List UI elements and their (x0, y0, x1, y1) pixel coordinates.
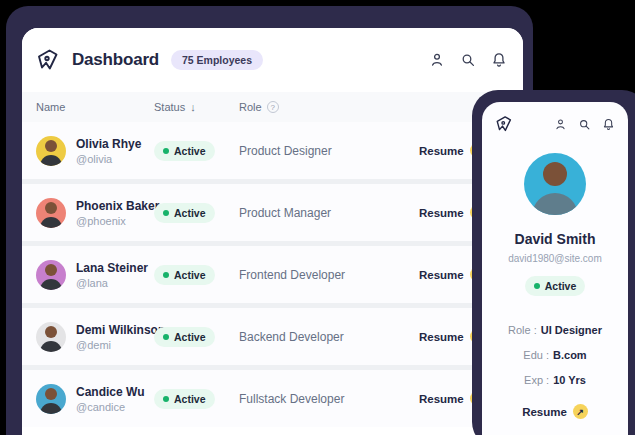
employee-name: Phoenix Baker (76, 199, 159, 213)
role-cell: Product Manager (239, 206, 419, 220)
employee-name: Olivia Rhye (76, 137, 141, 151)
table-header-row: Name Status ↓ Role ? (22, 92, 523, 122)
arrow-up-right-icon: ↗ (573, 404, 588, 419)
avatar (36, 322, 66, 352)
role-cell: Fullstack Developer (239, 392, 419, 406)
phone-resume-row: Resume↗ (482, 404, 628, 419)
employee-handle: @candice (76, 401, 144, 413)
profile-field-education: Edu :B.com (482, 349, 628, 361)
profile-status: Active (482, 276, 628, 296)
phone-screen: David Smith david1980@site.com Active Ro… (482, 102, 628, 435)
profile-field-role: Role :UI Designer (482, 324, 628, 336)
sort-descending-icon[interactable]: ↓ (190, 101, 196, 113)
table-row[interactable]: Lana Steiner @lana Active Frontend Devel… (22, 246, 523, 303)
table-row[interactable]: Phoenix Baker @phoenix Active Product Ma… (22, 184, 523, 241)
employee-handle: @phoenix (76, 215, 159, 227)
logo-icon (36, 48, 60, 72)
column-header-role: Role ? (239, 101, 419, 113)
status-dot-icon (163, 396, 169, 402)
bell-icon[interactable] (602, 118, 615, 131)
profile-field-experience: Exp :10 Yrs (482, 374, 628, 386)
avatar (36, 198, 66, 228)
avatar (36, 136, 66, 166)
employee-cell: Olivia Rhye @olivia (36, 136, 154, 166)
role-cell: Frontend Developer (239, 268, 419, 282)
employee-name: Candice Wu (76, 385, 144, 399)
resume-button[interactable]: Resume↗ (522, 404, 588, 419)
status-badge: Active (525, 276, 586, 296)
profile-fields: Role :UI Designer Edu :B.com Exp :10 Yrs (482, 324, 628, 386)
employee-name: Demi Wilkinson (76, 323, 165, 337)
phone-header-actions (554, 118, 615, 131)
profile-avatar (524, 153, 586, 215)
avatar (36, 384, 66, 414)
status-badge: Active (154, 327, 215, 347)
status-badge: Active (154, 141, 215, 161)
user-icon[interactable] (429, 52, 445, 68)
help-icon[interactable]: ? (267, 101, 279, 113)
profile-name: David Smith (482, 231, 628, 247)
status-badge: Active (154, 389, 215, 409)
status-dot-icon (163, 272, 169, 278)
user-icon[interactable] (554, 118, 567, 131)
status-dot-icon (163, 334, 169, 340)
employee-table: Olivia Rhye @olivia Active Product Desig… (22, 122, 523, 427)
dashboard-header: Dashboard 75 Employees (22, 28, 523, 92)
employee-handle: @demi (76, 339, 165, 351)
phone-header (482, 102, 628, 133)
employee-cell: Phoenix Baker @phoenix (36, 198, 154, 228)
dashboard-panel: Dashboard 75 Employees Name Status ↓ Rol… (22, 28, 523, 435)
employee-cell: Demi Wilkinson @demi (36, 322, 154, 352)
table-row[interactable]: Candice Wu @candice Active Fullstack Dev… (22, 370, 523, 427)
bell-icon[interactable] (491, 52, 507, 68)
status-dot-icon (163, 210, 169, 216)
search-icon[interactable] (460, 52, 476, 68)
status-badge: Active (154, 203, 215, 223)
header-actions (429, 52, 507, 68)
column-header-name: Name (36, 101, 154, 113)
employees-count-badge: 75 Employees (171, 50, 263, 70)
table-row[interactable]: Olivia Rhye @olivia Active Product Desig… (22, 122, 523, 179)
logo-icon (495, 115, 513, 133)
status-dot-icon (534, 283, 540, 289)
column-header-status[interactable]: Status ↓ (154, 101, 239, 113)
employee-handle: @lana (76, 277, 148, 289)
table-row[interactable]: Demi Wilkinson @demi Active Backend Deve… (22, 308, 523, 365)
employee-cell: Lana Steiner @lana (36, 260, 154, 290)
role-cell: Product Designer (239, 144, 419, 158)
status-dot-icon (163, 148, 169, 154)
employee-cell: Candice Wu @candice (36, 384, 154, 414)
employee-name: Lana Steiner (76, 261, 148, 275)
avatar (36, 260, 66, 290)
profile-email: david1980@site.com (482, 253, 628, 264)
employee-handle: @olivia (76, 153, 141, 165)
search-icon[interactable] (578, 118, 591, 131)
role-cell: Backend Developer (239, 330, 419, 344)
page-title: Dashboard (72, 50, 159, 70)
status-badge: Active (154, 265, 215, 285)
